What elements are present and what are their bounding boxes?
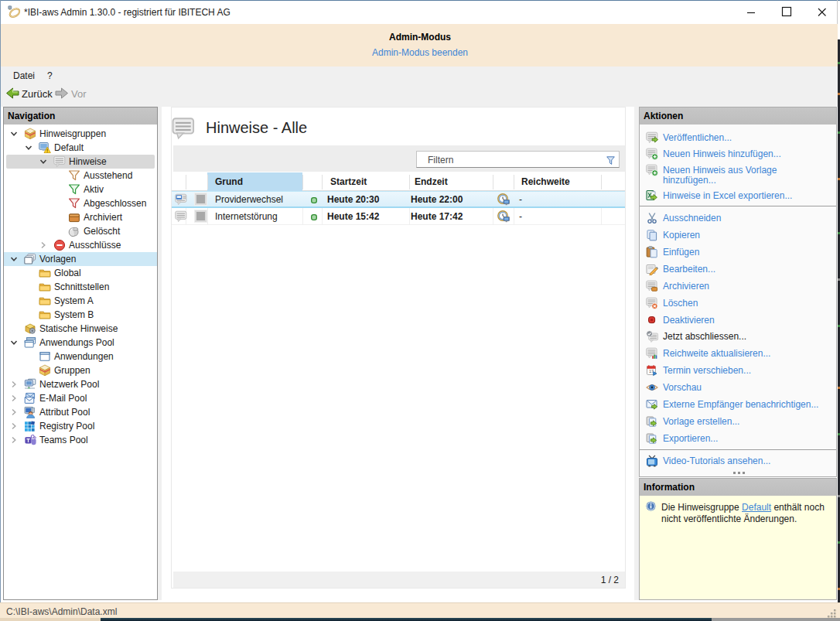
svg-text:17: 17 <box>649 369 654 374</box>
